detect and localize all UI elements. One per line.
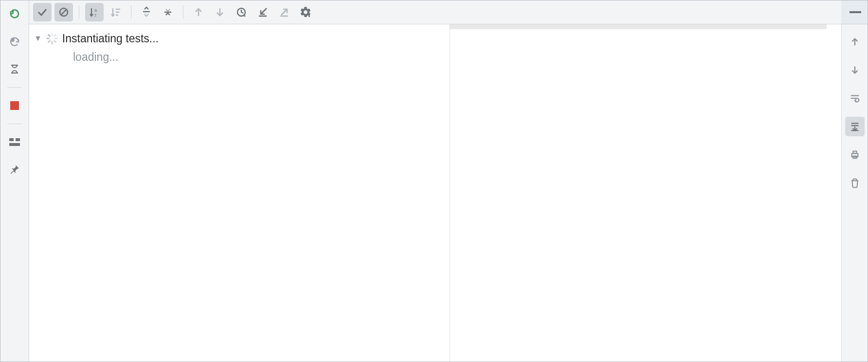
- rerun-failed-button[interactable]: [5, 33, 24, 51]
- clear-all-button[interactable]: [845, 173, 865, 193]
- expand-caret-icon[interactable]: ▼: [34, 34, 42, 43]
- horizontal-scrollbar[interactable]: [450, 24, 827, 29]
- run-left-gutter: [0, 0, 29, 362]
- toolbar-separator: [131, 5, 131, 19]
- import-results-button[interactable]: [253, 3, 272, 21]
- print-button[interactable]: [845, 145, 865, 164]
- test-tree-loading: loading...: [29, 48, 450, 66]
- pin-button[interactable]: [5, 160, 24, 179]
- toggle-auto-test-button[interactable]: [5, 60, 24, 78]
- minimize-icon: [850, 11, 861, 13]
- collapse-all-button[interactable]: [159, 3, 177, 21]
- soft-wrap-button[interactable]: [845, 89, 865, 108]
- sort-alpha-button[interactable]: az: [85, 3, 104, 21]
- toolbar-separator: [183, 5, 183, 19]
- stop-button[interactable]: [5, 96, 24, 115]
- layout-button[interactable]: [5, 133, 24, 151]
- hide-tool-window-button[interactable]: [847, 4, 864, 20]
- console-next-button[interactable]: [845, 60, 865, 80]
- svg-point-2: [11, 38, 15, 42]
- gutter-separator: [7, 87, 22, 88]
- next-failed-button[interactable]: [211, 3, 229, 21]
- test-tree-root-label: Instantiating tests...: [62, 32, 159, 45]
- test-tree-loading-label: loading...: [73, 51, 118, 64]
- rerun-button[interactable]: [5, 5, 24, 24]
- test-tree-root[interactable]: ▼ Instantiating tests...: [29, 29, 450, 48]
- svg-line-4: [61, 9, 67, 15]
- layout-icon: [9, 138, 20, 146]
- export-results-button[interactable]: [275, 3, 293, 21]
- svg-text:a: a: [94, 8, 97, 13]
- stop-icon: [10, 101, 19, 110]
- test-results-toolbar: az: [29, 0, 841, 24]
- test-settings-button[interactable]: [296, 3, 315, 21]
- test-history-button[interactable]: [232, 3, 251, 21]
- svg-text:z: z: [94, 13, 97, 18]
- toolbar-separator: [79, 5, 79, 19]
- spinner-icon: [47, 33, 57, 44]
- console-prev-button[interactable]: [845, 32, 865, 52]
- console-right-gutter: [841, 24, 868, 362]
- prev-failed-button[interactable]: [189, 3, 208, 21]
- gutter-separator: [7, 124, 22, 124]
- sort-duration-button[interactable]: [107, 3, 125, 21]
- show-passed-button[interactable]: [33, 3, 52, 21]
- svg-rect-27: [853, 151, 856, 154]
- scroll-to-end-button[interactable]: [845, 117, 865, 136]
- expand-all-button[interactable]: [137, 3, 156, 21]
- show-ignored-button[interactable]: [54, 3, 73, 21]
- test-tree-pane[interactable]: ▼ Instantiating tests... loading...: [29, 24, 450, 362]
- test-output-pane[interactable]: [450, 24, 841, 362]
